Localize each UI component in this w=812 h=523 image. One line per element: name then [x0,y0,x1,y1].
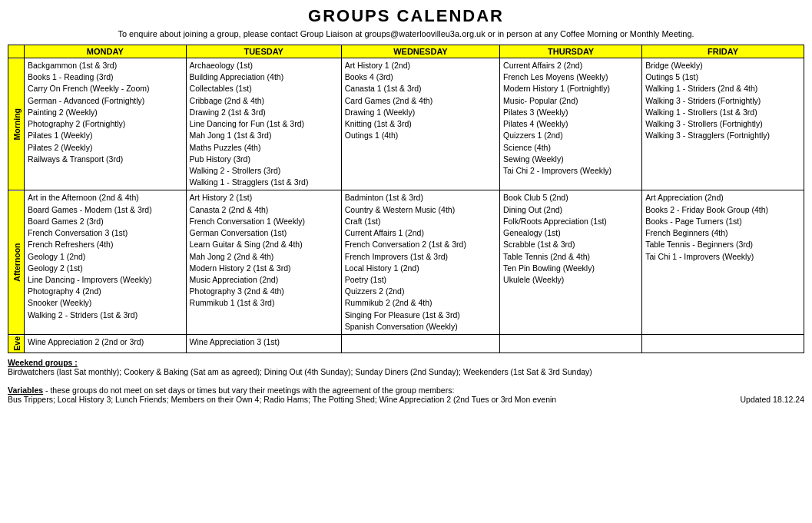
col-header-tuesday: TUESDAY [186,45,341,58]
list-item: Wine Appreciation 2 (2nd or 3rd) [28,336,183,348]
list-item: Ten Pin Bowling (Weekly) [503,263,638,274]
list-item: Canasta 2 (2nd & 4th) [190,204,338,216]
morning-thursday: Current Affairs 2 (2nd)French Les Moyens… [500,58,642,190]
list-item: Books 1 - Reading (3rd) [28,71,183,83]
afternoon-label: Afternoon [8,190,25,335]
variables-label: Variables [8,386,43,395]
list-item: Spanish Conversation (Weekly) [345,321,496,333]
list-item: Photography 3 (2nd & 4th) [190,286,338,297]
list-item: Wine Appreciation 3 (1st) [190,336,338,348]
list-item: Current Affairs 1 (2nd) [345,227,496,239]
weekend-text: Birdwatchers (last Sat monthly); Cookery… [8,367,592,376]
evening-row: Eve Wine Appreciation 2 (2nd or 3rd) Win… [8,335,804,353]
list-item: Art Appreciation (2nd) [645,192,800,204]
list-item: Outings 5 (1st) [645,71,800,83]
list-item: Rummikub 2 (2nd & 4th) [345,297,496,309]
list-item: German Conversation (1st) [190,227,338,239]
list-item: Drawing 1 (Weekly) [345,107,496,118]
list-item: Photography 2 (Fortnightly) [28,118,183,130]
list-item: Sewing (Weekly) [503,154,638,165]
evening-label: Eve [8,335,25,353]
list-item: French Conversation 3 (1st) [28,227,183,239]
list-item: Mah Jong 1 (1st & 3rd) [190,130,338,141]
evening-monday: Wine Appreciation 2 (2nd or 3rd) [25,335,187,353]
list-item: Books - Page Turners (1st) [645,216,800,227]
list-item: Music- Popular (2nd) [503,95,638,107]
list-item: Badminton (1st & 3rd) [345,192,496,204]
list-item: Dining Out (2nd) [503,204,638,216]
list-item: Bridge (Weekly) [645,60,800,71]
list-item: Tai Chi 1 - Improvers (Weekly) [645,251,800,263]
list-item: Country & Western Music (4th) [345,204,496,216]
list-item: Pilates 3 (Weekly) [503,107,638,118]
list-item: Walking 3 - Striders (Fortnightly) [645,95,800,107]
list-item: Ukulele (Weekly) [503,274,638,286]
evening-tuesday: Wine Appreciation 3 (1st) [186,335,341,353]
list-item: Craft (1st) [345,216,496,227]
list-item: Folk/Roots Appreciation (1st) [503,216,638,227]
list-item: Walking 1 - Stragglers (1st & 3rd) [190,177,338,188]
list-item: Books 4 (3rd) [345,71,496,83]
list-item: Current Affairs 2 (2nd) [503,60,638,71]
list-item: Learn Guitar & Sing (2nd & 4th) [190,239,338,250]
list-item: Geology 1 (2nd) [28,251,183,263]
evening-wednesday [341,335,499,353]
groups-calendar-table: MONDAY TUESDAY WEDNESDAY THURSDAY FRIDAY… [8,45,804,353]
updated-date: Updated 18.12.24 [741,395,805,404]
list-item: Geology 2 (1st) [28,263,183,274]
morning-wednesday: Art History 1 (2nd)Books 4 (3rd)Canasta … [341,58,499,190]
list-item: Books 2 - Friday Book Group (4th) [645,204,800,216]
subtitle: To enquire about joining a group, please… [8,29,804,38]
morning-monday: Backgammon (1st & 3rd)Books 1 - Reading … [25,58,187,190]
col-header-friday: FRIDAY [642,45,804,58]
list-item: Walking 2 - Striders (1st & 3rd) [28,309,183,321]
morning-tuesday: Archaeology (1st)Building Appreciation (… [186,58,341,190]
col-header-monday: MONDAY [25,45,187,58]
list-item: Art in the Afternoon (2nd & 4th) [28,192,183,204]
col-header-thursday: THURSDAY [500,45,642,58]
list-item: Railways & Transport (3rd) [28,154,183,165]
page-title: GROUPS CALENDAR [8,6,804,26]
list-item: Archaeology (1st) [190,60,338,71]
list-item: French Conversation 2 (1st & 3rd) [345,239,496,250]
list-item: French Beginners (4th) [645,227,800,239]
list-item: French Improvers (1st & 3rd) [345,251,496,263]
list-item: Rummikub 1 (1st & 3rd) [190,297,338,309]
afternoon-tuesday: Art History 2 (1st)Canasta 2 (2nd & 4th)… [186,190,341,335]
evening-friday [642,335,804,353]
list-item: Line Dancing for Fun (1st & 3rd) [190,118,338,130]
list-item: French Les Moyens (Weekly) [503,71,638,83]
list-item: Walking 2 - Strollers (3rd) [190,165,338,177]
col-header-blank [8,45,25,58]
list-item: Local History 1 (2nd) [345,263,496,274]
list-item: Maths Puzzles (4th) [190,142,338,154]
list-item: French Refreshers (4th) [28,239,183,250]
list-item: Cribbage (2nd & 4th) [190,95,338,107]
list-item: Singing For Pleasure (1st & 3rd) [345,309,496,321]
list-item: Painting 2 (Weekly) [28,107,183,118]
list-item: Quizzers 2 (2nd) [345,286,496,297]
list-item: Pilates 1 (Weekly) [28,130,183,141]
list-item: Walking 3 - Strollers (Fortnightly) [645,118,800,130]
list-item: Quizzers 1 (2nd) [503,130,638,141]
list-item: Book Club 5 (2nd) [503,192,638,204]
list-item: Photography 4 (2nd) [28,286,183,297]
weekend-label: Weekend groups : [8,358,78,367]
list-item: Table Tennis (2nd & 4th) [503,251,638,263]
list-item: German - Advanced (Fortnightly) [28,95,183,107]
list-item: Carry On French (Weekly - Zoom) [28,83,183,94]
list-item: Walking 1 - Strollers (1st & 3rd) [645,107,800,118]
list-item: Card Games (2nd & 4th) [345,95,496,107]
list-item: Walking 1 - Striders (2nd & 4th) [645,83,800,94]
list-item: Snooker (Weekly) [28,297,183,309]
afternoon-thursday: Book Club 5 (2nd)Dining Out (2nd)Folk/Ro… [500,190,642,335]
list-item: Building Appreciation (4th) [190,71,338,83]
list-item: Modern History 1 (Fortnightly) [503,83,638,94]
evening-thursday [500,335,642,353]
afternoon-wednesday: Badminton (1st & 3rd)Country & Western M… [341,190,499,335]
list-item: Backgammon (1st & 3rd) [28,60,183,71]
variables-detail: Bus Trippers; Local History 3; Lunch Fri… [8,395,556,404]
morning-label: Morning [8,58,25,190]
list-item: Outings 1 (4th) [345,130,496,141]
list-item: Walking 3 - Stragglers (Fortnightly) [645,130,800,141]
